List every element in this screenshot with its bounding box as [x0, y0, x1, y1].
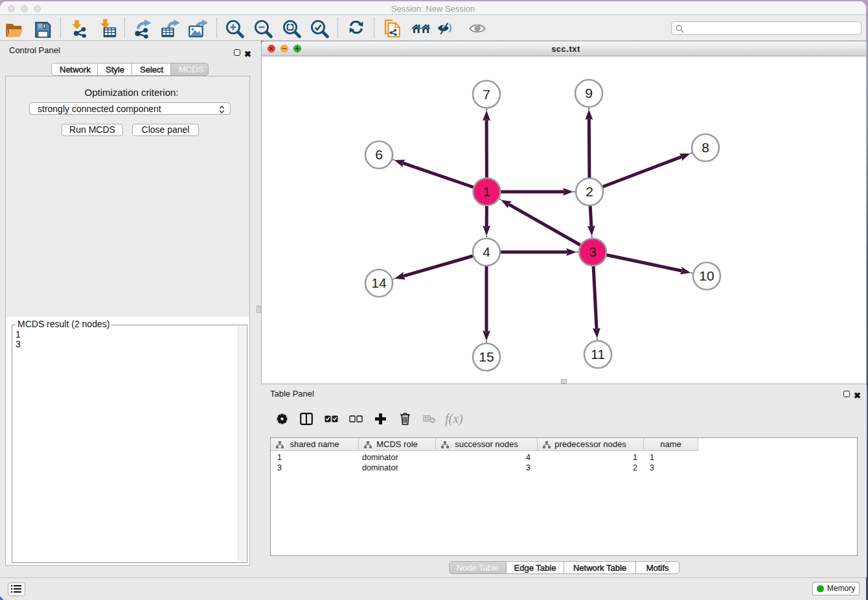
svg-text:10: 10 [699, 268, 714, 283]
svg-text:14: 14 [371, 275, 387, 290]
svg-text:7: 7 [483, 87, 490, 102]
svg-text:2: 2 [586, 184, 593, 199]
svg-text:6: 6 [375, 147, 383, 162]
svg-text:3: 3 [589, 244, 597, 259]
svg-text:8: 8 [702, 140, 709, 155]
svg-text:1: 1 [483, 184, 491, 199]
svg-text:9: 9 [585, 86, 593, 100]
svg-text:4: 4 [483, 244, 490, 259]
svg-text:15: 15 [479, 349, 494, 364]
svg-text:11: 11 [591, 347, 605, 362]
